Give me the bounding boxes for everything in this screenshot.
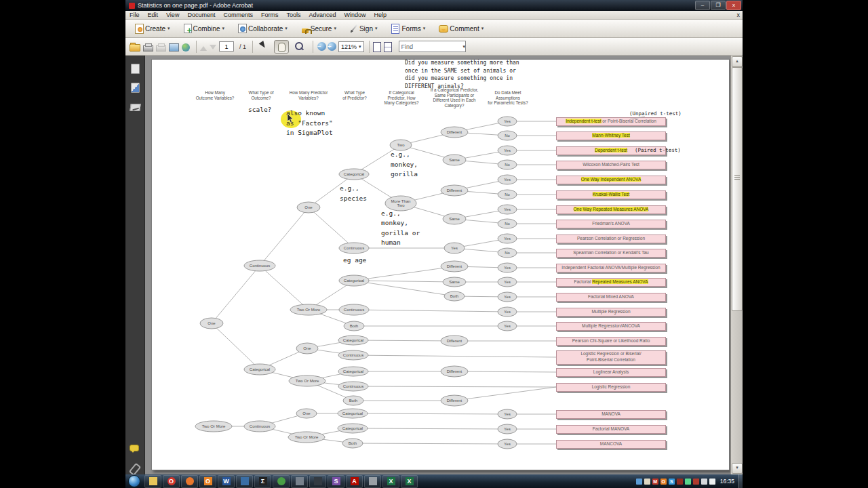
taskbar-skype[interactable]: S	[328, 475, 344, 488]
menu-help[interactable]: Help	[370, 11, 391, 19]
open-file-icon[interactable]	[130, 44, 140, 52]
taskbar-app-blue[interactable]	[236, 475, 253, 488]
marquee-zoom-button[interactable]	[292, 40, 307, 54]
layers-panel-icon[interactable]	[130, 83, 140, 94]
comments-panel-icon[interactable]	[130, 445, 140, 455]
menu-file[interactable]: File	[125, 11, 144, 19]
combine-icon	[184, 24, 192, 33]
comment-icon	[439, 25, 448, 33]
menu-forms[interactable]: Forms	[257, 11, 283, 19]
next-page-icon[interactable]	[210, 45, 216, 53]
document-close-button[interactable]: x	[737, 12, 741, 18]
taskbar-app-gray[interactable]	[291, 475, 308, 488]
taskbar-firefox[interactable]	[181, 475, 198, 488]
taskbar-app-dark[interactable]	[309, 475, 326, 488]
tray-volume-icon[interactable]	[709, 479, 715, 485]
tray-volume-muted-icon[interactable]	[693, 479, 699, 485]
chevron-down-icon: ▾	[423, 26, 426, 31]
taskbar-word-icon: W	[222, 477, 231, 485]
taskbar-app-dark-icon	[314, 477, 322, 485]
maximize-button[interactable]: ❐	[711, 1, 726, 10]
single-page-view-icon[interactable]	[373, 42, 381, 52]
sign-button[interactable]: Sign▾	[346, 22, 380, 35]
hand-tool-icon	[278, 43, 285, 52]
application-window: Statistics on one page.pdf - Adobe Acrob…	[125, 0, 743, 488]
vertical-scrollbar[interactable]: ▲ ▼	[730, 56, 743, 474]
taskbar-remote-desktop-icon	[369, 477, 377, 485]
tray-icon-blue[interactable]	[636, 479, 642, 485]
previous-page-icon[interactable]	[200, 43, 207, 51]
workspace: ▲ ▼	[125, 56, 743, 474]
taskbar-opera-icon: O	[167, 477, 176, 485]
taskbar-remote-desktop[interactable]	[364, 475, 381, 488]
save-icon[interactable]	[156, 45, 166, 52]
create-button[interactable]: Create▾	[131, 22, 173, 36]
taskbar-sigmaplot[interactable]: Σ	[254, 475, 271, 488]
taskbar-word[interactable]: W	[218, 475, 235, 488]
scrolling-view-icon[interactable]	[384, 42, 392, 52]
zoom-out-button[interactable]: −	[317, 42, 326, 51]
menu-comments[interactable]: Comments	[219, 11, 257, 19]
forms-button[interactable]: Forms▾	[387, 22, 428, 36]
taskbar-openoffice[interactable]: O	[199, 475, 216, 488]
secure-button[interactable]: Secure▾	[297, 22, 339, 35]
secure-icon	[302, 28, 309, 33]
select-tool-button[interactable]	[256, 40, 271, 54]
windows-taskbar: OOWΣSAXXMOS16:35	[125, 474, 743, 488]
window-title: Statistics on one page.pdf - Adobe Acrob…	[138, 2, 694, 9]
forms-icon	[391, 24, 399, 34]
menu-document[interactable]: Document	[183, 11, 219, 19]
title-bar[interactable]: Statistics on one page.pdf - Adobe Acrob…	[125, 0, 743, 11]
minimize-button[interactable]: –	[695, 1, 710, 10]
tray-network-icon[interactable]	[701, 479, 707, 485]
tray-icon-mail[interactable]: M	[652, 479, 658, 485]
signatures-panel-icon[interactable]	[130, 102, 140, 113]
tray-icon-orange[interactable]: O	[660, 479, 667, 485]
pdf-page[interactable]	[151, 59, 730, 470]
taskbar-excel-1[interactable]: X	[382, 475, 399, 488]
find-options-caret-icon[interactable]: ▾	[463, 44, 466, 49]
taskbar-excel-2[interactable]: X	[401, 475, 418, 488]
hand-tool-button[interactable]	[274, 40, 289, 54]
taskbar-acrobat[interactable]: A	[346, 475, 363, 488]
zoom-in-button[interactable]: +	[328, 42, 336, 51]
taskbar-explorer[interactable]	[144, 475, 161, 488]
taskbar-opera[interactable]: O	[163, 475, 180, 488]
taskbar-chrome[interactable]	[273, 475, 290, 488]
start-button[interactable]	[128, 475, 140, 487]
find-box: ▾	[399, 41, 467, 52]
tray-icon-red[interactable]	[677, 479, 683, 485]
comment-button[interactable]: Comment▾	[435, 22, 486, 35]
tray-icon-green[interactable]	[685, 479, 691, 485]
close-button[interactable]: x	[726, 1, 741, 10]
sign-icon	[351, 24, 358, 33]
toolbar-separator	[369, 41, 370, 53]
zoom-level-select[interactable]: 121% ▾	[338, 41, 364, 52]
scroll-down-icon[interactable]: ▼	[732, 463, 743, 474]
page-number-input[interactable]	[219, 41, 234, 52]
collaborate-button[interactable]: Collaborate▾	[234, 22, 290, 35]
menu-edit[interactable]: Edit	[144, 11, 163, 19]
snapshot-icon[interactable]	[169, 43, 179, 52]
menu-advanced[interactable]: Advanced	[304, 11, 340, 19]
tray-icon-beige[interactable]	[644, 479, 650, 485]
comment-label: Comment	[450, 25, 479, 33]
scroll-up-icon[interactable]: ▲	[732, 56, 743, 67]
pages-panel-icon[interactable]	[130, 64, 140, 75]
attachments-panel-icon[interactable]	[130, 464, 140, 474]
find-input[interactable]	[399, 42, 461, 51]
show-desktop-button[interactable]	[738, 474, 743, 488]
taskbar-explorer-icon	[149, 477, 157, 485]
menu-view[interactable]: View	[162, 11, 183, 19]
taskbar-firefox-icon	[186, 477, 194, 485]
scrollbar-thumb[interactable]	[732, 67, 743, 311]
tray-icon-skype[interactable]: S	[669, 479, 675, 485]
collaborate-icon	[238, 24, 247, 33]
print-icon[interactable]	[143, 45, 153, 52]
combine-button[interactable]: Combine▾	[180, 22, 228, 35]
web-icon[interactable]	[182, 43, 190, 52]
taskbar-skype-icon: S	[332, 477, 340, 485]
create-label: Create	[145, 25, 165, 33]
menu-tools[interactable]: Tools	[282, 11, 304, 19]
menu-window[interactable]: Window	[340, 11, 370, 19]
